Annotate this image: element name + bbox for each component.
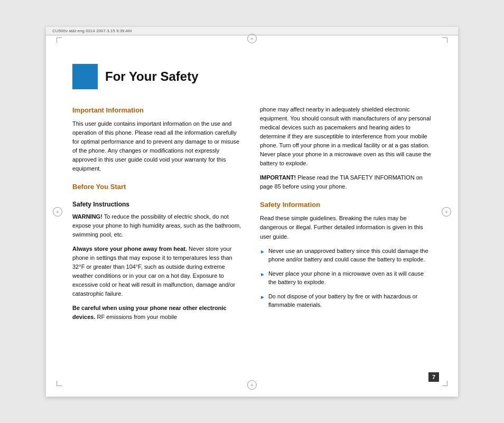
bullet-text-2: Never place your phone in a microwave ov… <box>268 269 432 287</box>
page-title: For Your Safety <box>98 69 198 84</box>
before-you-start-heading: Before You Start <box>72 182 244 192</box>
bullet-text-3: Do not dispose of your battery by fire o… <box>268 292 432 309</box>
list-item: ► Never use an unapproved battery since … <box>260 247 432 264</box>
important-paragraph: IMPORTANT! Please read the TIA SAFETY IN… <box>260 173 432 191</box>
corner-mark-top-left <box>57 37 62 43</box>
crosshair-bottom <box>248 381 256 389</box>
header-text: CU500v at&t eng 0314 2007.3.15 9:39 AM <box>52 29 132 33</box>
page: CU500v at&t eng 0314 2007.3.15 9:39 AM F… <box>46 27 458 397</box>
electronic-text: RF emissions from your mobile <box>95 314 177 320</box>
content-columns: Important Information This user guide co… <box>72 105 432 327</box>
important-info-heading: Important Information <box>72 105 244 116</box>
warning-paragraph: WARNING! To reduce the possibility of el… <box>72 212 244 239</box>
bullet-arrow-icon: ► <box>260 293 265 301</box>
list-item: ► Never place your phone in a microwave … <box>260 269 432 287</box>
safety-info-intro: Read these simple guidelines. Breaking t… <box>260 214 432 241</box>
warning-label: WARNING! <box>72 213 102 220</box>
corner-mark-top-right <box>442 37 447 43</box>
corner-mark-bottom-right <box>442 381 447 386</box>
left-column: Important Information This user guide co… <box>72 105 244 327</box>
page-number: 7 <box>428 372 439 382</box>
crosshair-left <box>53 208 62 216</box>
safety-instructions-heading: Safety Instructions <box>72 200 244 209</box>
title-section: For Your Safety <box>72 64 432 89</box>
bullet-arrow-icon: ► <box>260 270 265 278</box>
bullet-list: ► Never use an unapproved battery since … <box>260 247 432 309</box>
important-info-body: This user guide contains important infor… <box>72 119 244 173</box>
crosshair-right <box>442 208 451 216</box>
electronic-paragraph: Be careful when using your phone near ot… <box>72 304 244 322</box>
heat-label: Always store your phone away from heat. <box>72 246 187 252</box>
safety-info-heading: Safety Information <box>260 200 432 210</box>
crosshair-top <box>248 34 256 43</box>
title-blue-box <box>72 64 98 89</box>
continued-text: phone may affect nearby in adequately sh… <box>260 105 432 168</box>
list-item: ► Do not dispose of your battery by fire… <box>260 292 432 309</box>
heat-text: Never store your phone in settings that … <box>72 246 235 297</box>
bullet-text-1: Never use an unapproved battery since th… <box>268 247 432 264</box>
heat-paragraph: Always store your phone away from heat. … <box>72 245 244 298</box>
right-column: phone may affect nearby in adequately sh… <box>260 105 432 327</box>
important-label: IMPORTANT! <box>260 174 296 181</box>
corner-mark-bottom-left <box>57 381 62 386</box>
bullet-arrow-icon: ► <box>260 248 265 256</box>
